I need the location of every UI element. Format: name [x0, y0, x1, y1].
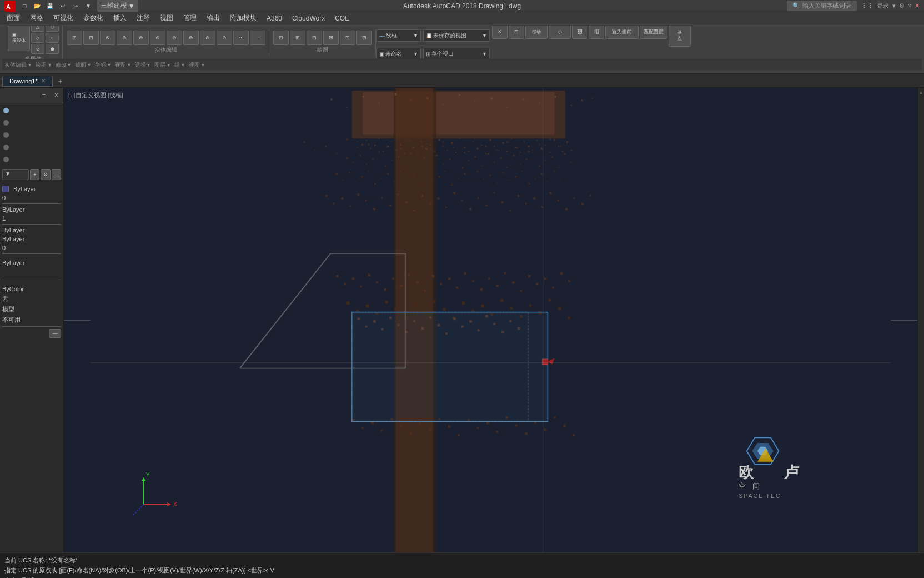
ribbon-label-coord[interactable]: 坐标 ▾ [95, 61, 111, 69]
svg-rect-77 [464, 147, 465, 148]
menu-shitu[interactable]: 视图 [155, 12, 178, 24]
svg-rect-42 [485, 146, 487, 147]
view-btn3[interactable]: ⊟ [307, 31, 322, 45]
solidedit-btn1[interactable]: ⊞ [67, 31, 82, 45]
menu-cloudworx[interactable]: CloudWorx [288, 13, 329, 23]
menu-shuchu[interactable]: 输出 [202, 12, 224, 24]
move-btn[interactable]: 移动 [525, 26, 548, 39]
solidedit-btn8[interactable]: ⊚ [183, 31, 199, 45]
solidedit-btn4[interactable]: ⊕ [117, 31, 132, 45]
menu-zhushi[interactable]: 注释 [132, 12, 154, 24]
menu-guanli[interactable]: 管理 [179, 12, 201, 24]
solidedit-btn6[interactable]: ⊙ [150, 31, 165, 45]
new-button[interactable]: ◻ [19, 1, 30, 11]
ribbon-label-solid[interactable]: 实体编辑 ▾ [4, 61, 31, 69]
panel-bottom-minus[interactable]: — [49, 329, 61, 338]
ribbon-label-draw[interactable]: 绘图 ▾ [36, 61, 51, 69]
panel-filter-dropdown[interactable]: ▼ [2, 169, 29, 180]
ribbon-label-view2[interactable]: 视图 ▾ [115, 61, 130, 69]
view-btn5[interactable]: ⊡ [340, 31, 355, 45]
svg-rect-95 [541, 148, 543, 150]
svg-rect-225 [472, 280, 474, 282]
view-btn2[interactable]: ⊞ [290, 31, 305, 45]
tool-a[interactable]: ⬡ [46, 26, 59, 32]
redo-button[interactable]: ↪ [70, 1, 81, 11]
menu-mianmian[interactable]: 面面 [2, 12, 24, 24]
拉伸边-btn[interactable]: △ [31, 26, 44, 32]
panel-list-btn[interactable]: ≡ [39, 91, 49, 101]
panel-settings-btn[interactable]: ⚙ [41, 169, 50, 180]
solidedit-btn9[interactable]: ⊘ [200, 31, 215, 45]
panel-dot-4[interactable] [3, 144, 9, 150]
panel-dot-5[interactable] [3, 157, 9, 162]
panel-close-btn[interactable]: ✕ [51, 91, 61, 101]
panel-dot-2[interactable] [3, 120, 9, 126]
viewport-style-dropdown[interactable]: ▣ 未命名 ▼ [376, 48, 421, 59]
menu-keshihua[interactable]: 可视化 [49, 12, 78, 24]
panel-minus-btn[interactable]: — [52, 169, 61, 180]
undo-button[interactable]: ↩ [57, 1, 68, 11]
ribbon-label-modify[interactable]: 修改 ▾ [56, 61, 71, 69]
tool-b[interactable]: ○ [46, 33, 59, 43]
solidedit-btn11[interactable]: ⋯ [233, 31, 249, 45]
qa-dropdown[interactable]: ▼ [83, 1, 94, 11]
filter-btn[interactable]: ⊟ [509, 26, 524, 39]
pic-btn[interactable]: 🖼 [572, 26, 587, 39]
tool-c[interactable]: ⬟ [46, 44, 59, 54]
layer-dropdown[interactable]: 📋 未保存的视图 ▼ [423, 29, 490, 42]
svg-rect-125 [494, 162, 495, 163]
delete-btn[interactable]: ✕ [492, 26, 508, 39]
ribbon-label-section[interactable]: 截面 ▾ [75, 61, 91, 69]
menu-wangge[interactable]: 网格 [26, 12, 48, 24]
small-component-btn[interactable]: 小 [549, 26, 571, 39]
ribbon-label-select[interactable]: 选择 ▾ [135, 61, 150, 69]
panel-add-btn[interactable]: + [30, 169, 39, 180]
base-point-btn[interactable]: 基点 [669, 26, 691, 47]
svg-rect-204 [565, 208, 568, 210]
solidedit-btn7[interactable]: ⊛ [167, 31, 182, 45]
save-button[interactable]: 💾 [44, 1, 56, 11]
panel-dot-3[interactable] [3, 132, 9, 138]
menu-canshuh[interactable]: 参数化 [79, 12, 108, 24]
org-btn[interactable]: 组 [589, 26, 604, 39]
panel-dot-1[interactable] [3, 108, 9, 113]
match-btn[interactable]: 匹配图层 [640, 26, 667, 39]
workspace-dropdown[interactable]: 三维建模 ▼ [97, 0, 138, 12]
linestyle-dropdown[interactable]: — 线框 ▼ [376, 29, 421, 42]
ribbon-group-label-solidedit: 实体编辑 [155, 46, 177, 54]
tab-close-1[interactable]: ✕ [41, 78, 46, 84]
set-current-btn[interactable]: 置为当前 [605, 26, 639, 39]
svg-rect-220 [432, 275, 435, 277]
提取边-btn[interactable]: ◇ [31, 33, 44, 43]
quick-access-toolbar: ◻ 📂 💾 ↩ ↪ ▼ [19, 1, 94, 11]
menu-a360[interactable]: A360 [262, 13, 287, 23]
search-box[interactable]: 🔍 输入关键字或词语 [787, 1, 857, 11]
viewport-scrollbar[interactable]: ▲ [917, 88, 924, 552]
ribbon-label-layer[interactable]: 图层 ▾ [154, 61, 170, 69]
ribbon-label-view3[interactable]: 视图 ▾ [189, 61, 204, 69]
solidedit-btn5[interactable]: ⊜ [133, 31, 149, 45]
drawing-tab-1[interactable]: Drawing1* ✕ [2, 76, 53, 87]
solidedit-btn10[interactable]: ⊖ [217, 31, 232, 45]
viewport[interactable]: [-][自定义视图][线框] [64, 88, 917, 552]
分割-btn[interactable]: ⊘ [31, 44, 44, 54]
svg-rect-222 [448, 277, 451, 280]
open-button[interactable]: 📂 [32, 1, 43, 11]
view-btn6[interactable]: ⊞ [356, 31, 372, 45]
new-tab-button[interactable]: + [55, 76, 66, 86]
viewport-dropdown[interactable]: ⊞ 单个视口 ▼ [423, 48, 490, 59]
polysolid-btn[interactable]: ▣多段体 [8, 26, 30, 51]
view-btn4[interactable]: ⊠ [323, 31, 339, 45]
menu-charu[interactable]: 插入 [109, 12, 131, 24]
prop-notavail: 不可用 [2, 316, 21, 324]
menu-coe[interactable]: COE [330, 13, 354, 23]
scroll-up-arrow[interactable]: ▲ [919, 90, 923, 95]
svg-rect-80 [477, 148, 479, 150]
solidedit-btn12[interactable]: ⋮ [250, 31, 265, 45]
solidedit-btn2[interactable]: ⊟ [83, 31, 99, 45]
ribbon-label-group[interactable]: 组 ▾ [174, 61, 184, 69]
svg-rect-185 [413, 210, 415, 211]
view-btn1[interactable]: ⊡ [273, 31, 289, 45]
solidedit-btn3[interactable]: ⊗ [100, 31, 116, 45]
menu-fujia[interactable]: 附加模块 [225, 12, 261, 24]
